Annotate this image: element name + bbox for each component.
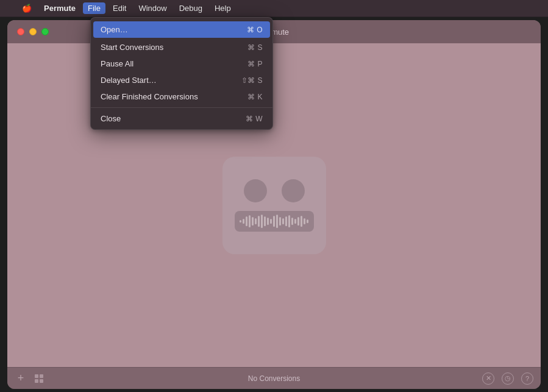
window-title-bar: Permute (7, 20, 541, 43)
waveform-bar (276, 215, 278, 228)
menu-item-clear-shortcut: ⌘ K (247, 93, 263, 101)
maximize-button[interactable] (41, 28, 49, 35)
waveform-bar (261, 215, 263, 228)
waveform-bar (307, 219, 308, 223)
robot-illustration (222, 157, 326, 254)
robot-icon (222, 157, 326, 254)
app-menu-permute[interactable]: Permute (39, 2, 80, 14)
menu-item-close-shortcut: ⌘ W (246, 115, 263, 123)
menu-item-close[interactable]: Close ⌘ W (91, 110, 272, 127)
status-text: No Conversions (248, 374, 300, 383)
menu-item-clear-finished[interactable]: Clear Finished Conversions ⌘ K (91, 88, 272, 105)
waveform-bar (249, 215, 251, 227)
robot-eyes (244, 179, 305, 202)
waveform-bar (255, 218, 257, 224)
bottom-right: ✕ ◷ ? (482, 372, 533, 385)
waveform-bar (301, 216, 302, 227)
menu-item-delayed-start[interactable]: Delayed Start… ⇧⌘ S (91, 72, 272, 88)
robot-mouth (235, 211, 314, 232)
menu-item-pause-shortcut: ⌘ P (247, 60, 263, 68)
menu-item-close-label: Close (101, 114, 121, 123)
bottom-left: + (15, 372, 45, 385)
waveform (240, 214, 308, 229)
window-menu[interactable]: Window (133, 2, 171, 14)
bottom-bar: + No Conversions ✕ ◷ ? (7, 367, 541, 389)
minimize-button[interactable] (29, 28, 37, 35)
grid-icon (35, 374, 43, 383)
window-content (7, 43, 541, 367)
menu-bar: 🍎 Permute File Edit Window Debug Help (17, 0, 236, 16)
menu-item-clear-label: Clear Finished Conversions (101, 92, 198, 101)
waveform-bar (297, 217, 299, 226)
waveform-bar (291, 218, 293, 225)
grid-cell-1 (35, 374, 38, 378)
menu-separator (91, 107, 272, 108)
close-button[interactable] (17, 28, 24, 35)
waveform-bar (246, 216, 247, 226)
waveform-bar (288, 215, 290, 227)
waveform-bar (270, 219, 272, 224)
robot-eye-right (282, 179, 305, 202)
menu-item-delayed-label: Delayed Start… (101, 76, 157, 85)
waveform-bar (264, 216, 266, 226)
waveform-bar (240, 220, 241, 223)
waveform-bar (267, 218, 269, 225)
menu-item-open-label: Open… (101, 25, 128, 34)
menu-item-open-shortcut: ⌘ O (247, 26, 263, 34)
menu-item-pause-all[interactable]: Pause All ⌘ P (91, 55, 272, 72)
waveform-bar (304, 218, 305, 224)
robot-eye-left (244, 179, 267, 202)
file-dropdown-menu: Open… ⌘ O Start Conversions ⌘ S Pause Al… (90, 17, 273, 130)
file-menu[interactable]: File (83, 2, 105, 14)
waveform-bar (282, 218, 284, 224)
main-window: Permute + (7, 20, 541, 389)
window-traffic-lights (17, 28, 49, 35)
grid-cell-4 (40, 379, 43, 383)
menu-item-open[interactable]: Open… ⌘ O (93, 21, 270, 38)
menu-item-delayed-shortcut: ⇧⌘ S (241, 76, 263, 85)
waveform-bar (285, 216, 287, 226)
waveform-bar (252, 217, 254, 226)
waveform-bar (273, 216, 275, 227)
menu-item-start-label: Start Conversions (101, 43, 163, 52)
system-menu-bar: 🍎 Permute File Edit Window Debug Help (0, 0, 548, 17)
waveform-bar (279, 217, 281, 226)
menu-item-pause-label: Pause All (101, 59, 133, 68)
add-button[interactable]: + (15, 372, 27, 385)
menu-item-start-conversions[interactable]: Start Conversions ⌘ S (91, 39, 272, 55)
help-menu[interactable]: Help (210, 2, 236, 14)
waveform-bar (243, 219, 244, 224)
debug-menu[interactable]: Debug (174, 2, 207, 14)
clock-icon[interactable]: ◷ (502, 372, 514, 385)
grid-cell-3 (35, 379, 38, 383)
waveform-bar (258, 216, 260, 227)
close-circle-icon[interactable]: ✕ (482, 372, 494, 385)
help-icon[interactable]: ? (521, 372, 533, 385)
grid-cell-2 (40, 374, 43, 378)
menu-item-start-shortcut: ⌘ S (247, 43, 263, 52)
edit-menu[interactable]: Edit (108, 2, 131, 14)
waveform-bar (294, 219, 296, 224)
apple-menu[interactable]: 🍎 (17, 2, 37, 14)
grid-view-button[interactable] (33, 372, 45, 385)
